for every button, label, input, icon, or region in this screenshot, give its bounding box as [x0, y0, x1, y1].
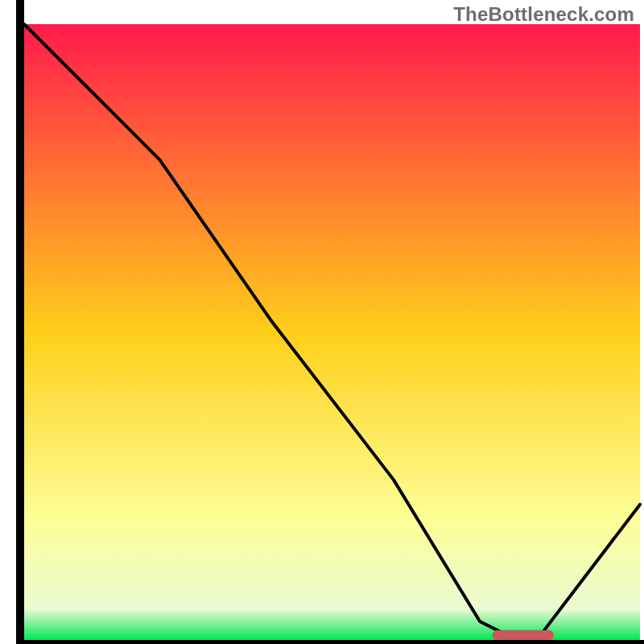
bottleneck-chart: [0, 0, 644, 644]
chart-frame: TheBottleneck.com: [0, 0, 644, 644]
optimal-range-marker: [492, 630, 554, 640]
